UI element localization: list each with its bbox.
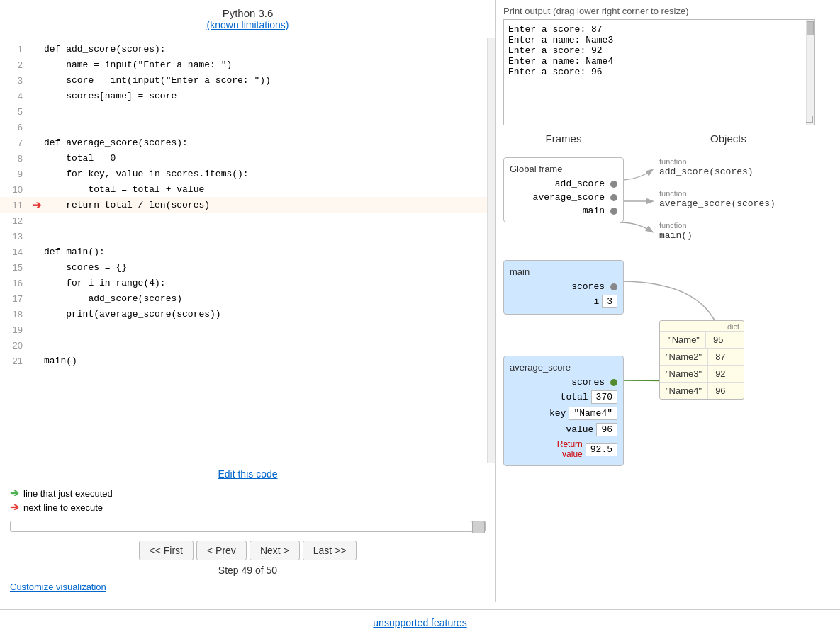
first-button[interactable]: << First: [139, 541, 194, 560]
avg-frame-value-row: value 96: [504, 422, 623, 438]
avg-frame-total-row: total 370: [504, 389, 623, 405]
next-button[interactable]: Next >: [250, 541, 300, 560]
avg-val-value: 96: [596, 423, 617, 436]
print-output-line: Enter a score: 87: [508, 24, 810, 35]
line-number-3: 3: [0, 75, 28, 86]
python-title: Python 3.6: [0, 7, 495, 19]
dict-row-name4: "Name4" 96: [660, 382, 744, 399]
line-code-11: return total / len(scores): [44, 200, 487, 210]
dict-val-name3: 92: [708, 366, 732, 382]
obj-add-score: function add_score(scores): [659, 157, 754, 177]
line-code-18: print(average_score(scores)): [44, 309, 487, 320]
known-limitations-link[interactable]: (known limitations): [207, 19, 289, 30]
code-line-19: 19: [0, 322, 487, 337]
frames-objects-header: Frames Objects: [503, 132, 833, 145]
line-number-16: 16: [0, 278, 28, 288]
code-line-7: 7def average_score(scores):: [0, 135, 487, 150]
avg-frame-title: average_score: [504, 361, 623, 375]
line-number-5: 5: [0, 106, 28, 117]
global-frame-title: Global frame: [504, 162, 623, 177]
dict-val-name: 95: [706, 332, 730, 348]
line-arrow-11: ➔: [28, 198, 44, 212]
code-line-3: 3 score = int(input("Enter a score: ")): [0, 72, 487, 88]
edit-link-row: Edit this code: [0, 463, 495, 484]
code-line-20: 20: [0, 337, 487, 353]
global-var-avg-score: average_score: [510, 192, 605, 203]
dict-obj: dict "Name" 95 "Name2" 87 "Name3" 92 "Na…: [659, 320, 744, 400]
avg-val-total: 370: [591, 390, 617, 404]
avg-var-value: value: [510, 424, 593, 435]
code-line-14: 14def main():: [0, 244, 487, 259]
code-line-15: 15 scores = {}: [0, 259, 487, 275]
dict-key-name: "Name": [660, 332, 706, 348]
obj-add-score-type-label: function: [659, 157, 754, 166]
unsupported-features-link[interactable]: unsupported features: [373, 617, 466, 628]
line-number-15: 15: [0, 262, 28, 273]
global-dot-add-score: [610, 181, 617, 188]
edit-code-link[interactable]: Edit this code: [218, 468, 277, 480]
obj-main-name: main(): [659, 230, 693, 241]
dict-row-name3: "Name3" 92: [660, 365, 744, 382]
line-code-14: def main():: [44, 247, 487, 257]
print-scrollbar[interactable]: [806, 20, 814, 125]
legend-green: ➔ line that just executed: [10, 487, 486, 499]
line-code-2: name = input("Enter a name: "): [44, 60, 487, 70]
avg-frame-box: average_score scores total 370 key "Name…: [503, 356, 624, 466]
line-number-12: 12: [0, 215, 28, 226]
code-line-16: 16 for i in range(4):: [0, 275, 487, 290]
frames-label: Frames: [503, 132, 624, 145]
last-button[interactable]: Last >>: [303, 541, 357, 560]
progress-thumb[interactable]: [472, 521, 485, 533]
dict-val-name2: 87: [708, 349, 732, 365]
print-output-box[interactable]: Enter a score: 87Enter a name: Name3Ente…: [503, 19, 815, 125]
avg-frame-scores-row: scores: [504, 375, 623, 389]
legend: ➔ line that just executed ➔ next line to…: [0, 484, 495, 516]
main-frame-scores-row: scores: [504, 280, 623, 293]
code-lines-container: 1def add_score(scores):2 name = input("E…: [0, 38, 487, 463]
customize-link-row: Customize visualization: [0, 579, 495, 595]
main-frame-box: main scores i 3: [503, 260, 624, 315]
print-output-content: Enter a score: 87Enter a name: Name3Ente…: [508, 24, 810, 77]
legend-red: ➔ next line to execute: [10, 501, 486, 514]
code-line-17: 17 add_score(scores): [0, 290, 487, 306]
print-output-label: Print output (drag lower right corner to…: [503, 6, 833, 16]
resize-handle[interactable]: [806, 116, 813, 123]
line-code-7: def average_score(scores):: [44, 137, 487, 148]
red-arrow-icon: ➔: [32, 199, 41, 211]
line-code-15: scores = {}: [44, 262, 487, 273]
progress-bar[interactable]: [10, 521, 486, 532]
line-number-10: 10: [0, 184, 28, 195]
code-scrollbar[interactable]: [487, 38, 495, 463]
code-line-1: 1def add_score(scores):: [0, 41, 487, 57]
global-frame-box: Global frame add_score average_score mai…: [503, 157, 624, 222]
code-line-13: 13: [0, 228, 487, 244]
line-code-9: for key, value in scores.items():: [44, 169, 487, 179]
print-scrollbar-thumb[interactable]: [807, 21, 814, 35]
avg-var-scores: scores: [510, 377, 605, 388]
dict-key-name4: "Name4": [660, 383, 708, 399]
step-text: Step 49 of 50: [218, 565, 277, 576]
global-frame-row-main: main: [504, 204, 623, 218]
code-line-4: 4 scores[name] = score: [0, 88, 487, 103]
global-dot-main: [610, 208, 617, 215]
global-var-main: main: [510, 205, 605, 216]
step-current: 49: [242, 565, 253, 576]
prev-button[interactable]: < Prev: [196, 541, 247, 560]
line-number-1: 1: [0, 44, 28, 55]
code-line-6: 6: [0, 119, 487, 135]
bottom-bar: unsupported features: [0, 609, 840, 628]
obj-main-type-label: function: [659, 221, 693, 230]
main-dot-scores: [610, 283, 617, 290]
main-val-i: 3: [602, 295, 617, 308]
line-code-8: total = 0: [44, 153, 487, 164]
code-line-21: 21main(): [0, 353, 487, 368]
global-frame-row-add-score: add_score: [504, 177, 623, 191]
legend-green-arrow-icon: ➔: [10, 487, 19, 499]
line-number-14: 14: [0, 247, 28, 257]
customize-visualization-link[interactable]: Customize visualization: [10, 582, 106, 592]
frames-objects-container: Global frame add_score average_score mai…: [503, 150, 833, 547]
main-frame-i-row: i 3: [504, 293, 623, 310]
avg-var-total: total: [510, 392, 588, 402]
line-number-8: 8: [0, 153, 28, 164]
global-var-add-score: add_score: [510, 179, 605, 189]
